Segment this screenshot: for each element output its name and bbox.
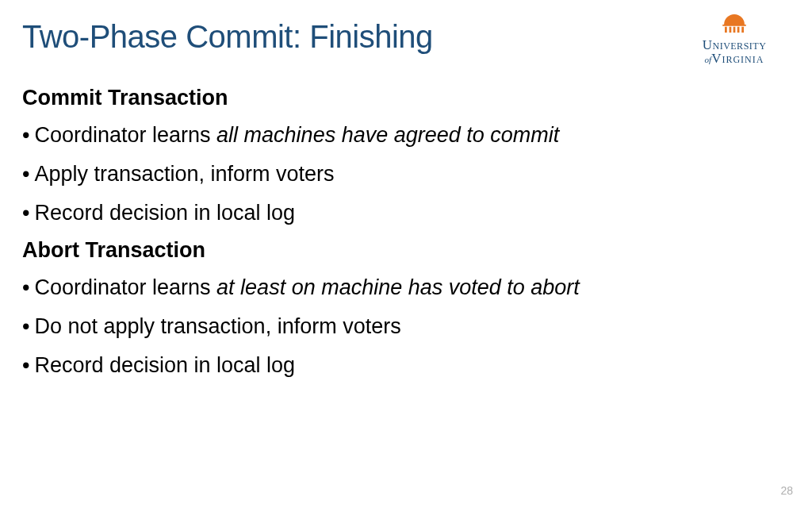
bullet-icon: • — [22, 121, 29, 149]
uva-logo: University ofVirginia — [679, 14, 790, 67]
svg-rect-3 — [733, 27, 736, 33]
svg-rect-1 — [725, 27, 727, 33]
svg-rect-5 — [741, 27, 744, 33]
section-header: Commit Transaction — [22, 86, 790, 110]
svg-rect-4 — [737, 27, 740, 33]
list-item: • Record decision in local log — [22, 199, 790, 227]
logo-line1: University — [679, 38, 790, 52]
bullet-icon: • — [22, 274, 29, 302]
list-item: • Coordinator learns all machines have a… — [22, 121, 790, 149]
slide-title: Two-Phase Commit: Finishing — [22, 19, 433, 55]
rotunda-icon — [719, 14, 749, 33]
list-item: • Coordinator learns at least on machine… — [22, 274, 790, 302]
bullet-icon: • — [22, 313, 29, 341]
svg-rect-2 — [730, 27, 732, 33]
list-item: • Do not apply transaction, inform voter… — [22, 313, 790, 341]
section-header: Abort Transaction — [22, 238, 790, 263]
page-number: 28 — [780, 484, 793, 497]
bullet-icon: • — [22, 199, 29, 227]
logo-line2: ofVirginia — [679, 52, 790, 67]
list-item: • Record decision in local log — [22, 352, 790, 379]
bullet-icon: • — [22, 160, 29, 188]
slide-body: Commit Transaction • Coordinator learns … — [22, 86, 790, 391]
bullet-icon: • — [22, 352, 29, 379]
svg-rect-0 — [722, 25, 746, 26]
list-item: • Apply transaction, inform voters — [22, 160, 790, 188]
